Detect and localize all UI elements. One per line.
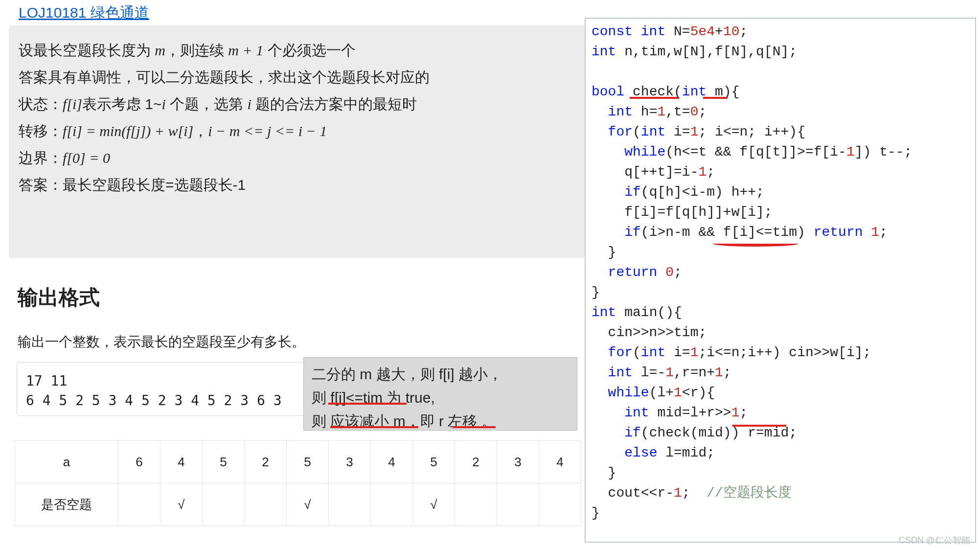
watermark: CSDN @仁公智能 xyxy=(899,534,970,546)
table-cell: 2 xyxy=(245,441,287,483)
table-cell: 5 xyxy=(413,441,455,483)
table-cell: 4 xyxy=(539,441,581,483)
table-cell xyxy=(203,483,245,526)
explain-line-1: 设最长空题段长度为 m，则连续 m + 1 个必须选一个 xyxy=(19,37,580,63)
table-cell: 5 xyxy=(287,441,329,483)
explain-line-6: 答案：最长空题段长度=选题段长-1 xyxy=(19,172,580,198)
underline-icon xyxy=(453,426,496,428)
underline-icon xyxy=(330,426,418,428)
problem-link[interactable]: LOJ10181 绿色通道 xyxy=(19,3,149,23)
table-cell: √ xyxy=(287,483,329,526)
output-description: 输出一个整数，表示最长的空题段至少有多长。 xyxy=(18,333,305,351)
table-row: 是否空题 √ √ √ xyxy=(15,483,581,526)
explanation-panel: 设最长空题段长度为 m，则连续 m + 1 个必须选一个 答案具有单调性，可以二… xyxy=(9,25,586,258)
page: LOJ10181 绿色通道 设最长空题段长度为 m，则连续 m + 1 个必须选… xyxy=(0,0,980,549)
tooltip-line-3: 则 应该减小 m，即 r 左移 。 xyxy=(312,410,569,433)
table-cell: 4 xyxy=(371,441,413,483)
table-cell xyxy=(455,483,497,526)
table-cell: 4 xyxy=(160,441,203,483)
table-cell: 6 xyxy=(118,441,160,483)
explain-line-5: 边界：f[0] = 0 xyxy=(19,145,580,171)
table-cell: √ xyxy=(413,483,455,526)
table-cell xyxy=(539,483,581,526)
underline-icon xyxy=(630,97,679,99)
tooltip-line-2: 则 f[i]<=tim 为 true, xyxy=(312,386,569,410)
explain-line-4: 转移：f[i] = min(f[j]) + w[i]，i − m <= j <=… xyxy=(19,118,580,144)
table-cell: 5 xyxy=(203,441,245,483)
table-cell: 3 xyxy=(497,441,539,483)
section-title-output: 输出格式 xyxy=(18,284,100,311)
table-cell xyxy=(329,483,371,526)
underline-icon xyxy=(328,403,407,405)
underline-icon xyxy=(732,425,786,427)
tooltip-line-1: 二分的 m 越大，则 f[i] 越小， xyxy=(312,363,569,386)
tooltip-overlay: 二分的 m 越大，则 f[i] 越小， 则 f[i]<=tim 为 true, … xyxy=(303,357,577,431)
table-cell xyxy=(245,483,287,526)
explain-line-3: 状态：f[i]表示考虑 1~i 个题，选第 i 题的合法方案中的最短时 xyxy=(19,91,580,117)
code-panel: const int N=5e4+10; int n,tim,w[N],f[N],… xyxy=(585,18,976,543)
table-cell: 2 xyxy=(455,441,497,483)
table-cell: 3 xyxy=(329,441,371,483)
example-table: a 6 4 5 2 5 3 4 5 2 3 4 是否空题 √ √ √ xyxy=(15,440,581,526)
table-cell: √ xyxy=(160,483,203,526)
row-label-a: a xyxy=(15,441,118,483)
table-row: a 6 4 5 2 5 3 4 5 2 3 4 xyxy=(15,441,581,483)
underline-icon xyxy=(703,97,728,99)
row-label-empty: 是否空题 xyxy=(15,483,118,526)
explain-line-2: 答案具有单调性，可以二分选题段长，求出这个选题段长对应的 xyxy=(19,64,580,90)
table-cell xyxy=(118,483,160,526)
table-cell xyxy=(497,483,539,526)
table-cell xyxy=(371,483,413,526)
underline-icon xyxy=(713,244,798,247)
